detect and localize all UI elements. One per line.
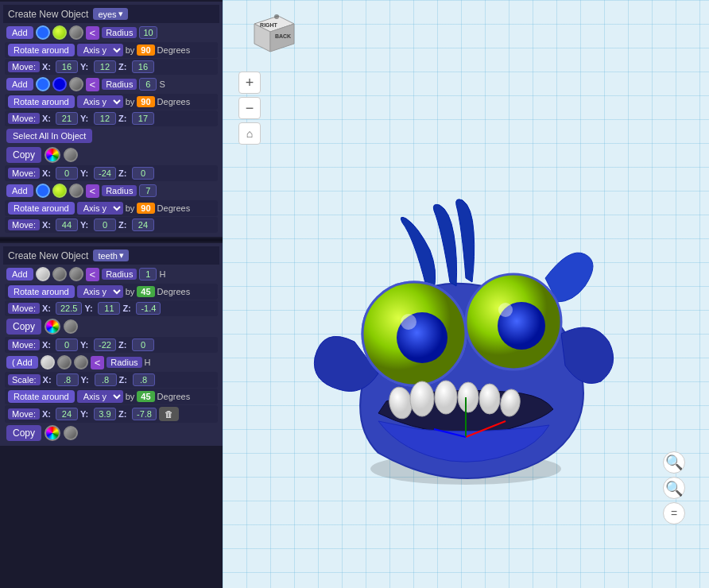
rotate-btn-3[interactable]: Rotate around: [8, 202, 75, 215]
move-z-2[interactable]: 17: [132, 112, 154, 125]
radius-val-1[interactable]: 10: [139, 26, 157, 39]
zoom-in-btn[interactable]: +: [238, 72, 261, 94]
color-circle-blue-3[interactable]: [36, 184, 50, 198]
copy-row-teeth-2: Copy: [3, 424, 219, 443]
copy-gray-teeth[interactable]: [64, 319, 78, 334]
color-circle-white-1[interactable]: [36, 267, 50, 281]
select-all-btn[interactable]: Select All In Object: [6, 129, 92, 143]
degrees-teeth-2[interactable]: 45: [137, 391, 154, 402]
color-circle-green-2[interactable]: [52, 184, 67, 198]
color-circle-gray-7[interactable]: [74, 355, 88, 369]
arrow-btn-teeth-1[interactable]: <: [86, 268, 100, 281]
axis-select-teeth-1[interactable]: Axis y: [77, 285, 123, 298]
equal-btn[interactable]: =: [663, 502, 685, 524]
color-circle-blue-1[interactable]: [36, 25, 50, 40]
color-circle-gray-5[interactable]: [69, 267, 83, 281]
move-x-3[interactable]: 0: [56, 167, 78, 180]
axis-select-1[interactable]: Axis y Axis x Axis z: [77, 44, 123, 56]
svg-point-8: [401, 314, 416, 330]
color-circle-gray-1[interactable]: [69, 25, 83, 40]
add-btn-teeth-2[interactable]: ( Add: [6, 356, 38, 369]
degrees-badge-2[interactable]: 90: [137, 96, 154, 107]
arrow-btn-1[interactable]: <: [86, 26, 100, 40]
creature-area: [223, 0, 709, 588]
color-circle-white-2[interactable]: [41, 355, 55, 369]
color-circle-gray-2[interactable]: [69, 77, 83, 91]
home-btn[interactable]: ⌂: [238, 122, 261, 145]
move-z-1[interactable]: 16: [132, 60, 154, 73]
rainbow-circle-teeth[interactable]: [45, 319, 60, 335]
radius-val-3[interactable]: 7: [139, 184, 157, 197]
rotate-btn-teeth-2[interactable]: Rotate around: [8, 390, 75, 403]
viewport[interactable]: RIGHT BACK + − ⌂: [223, 0, 709, 588]
zoom-controls: + − ⌂: [238, 72, 261, 145]
object-name-eyes[interactable]: eyes ▾: [93, 8, 127, 20]
svg-point-11: [498, 303, 513, 317]
add-row-2: Add < Radius 6 S: [3, 75, 219, 93]
add-button-1[interactable]: Add: [6, 26, 33, 39]
rotate-row-3: Rotate around Axis y by 90 Degrees: [5, 200, 218, 216]
axis-select-2[interactable]: Axis y: [77, 95, 123, 108]
rotate-btn-teeth-1[interactable]: Rotate around: [8, 285, 75, 298]
move-x-2[interactable]: 21: [56, 112, 78, 125]
move-row-4: Move: X: 44 Y: 0 Z: 24: [5, 217, 218, 233]
color-circle-darkblue-1[interactable]: [52, 77, 67, 91]
zoom-in-bottom-btn[interactable]: 🔍: [663, 451, 685, 474]
zoom-out-bottom-btn[interactable]: 🔍: [663, 477, 685, 499]
rotate-row-1: Rotate around Axis y Axis x Axis z by 90…: [5, 42, 218, 58]
arrow-btn-2[interactable]: <: [86, 78, 100, 91]
eyes-section: Create New Object eyes ▾ Add < Radius 10…: [0, 2, 223, 237]
move-z-3[interactable]: 0: [132, 167, 154, 180]
arrow-btn-3[interactable]: <: [86, 184, 100, 198]
move-x-1[interactable]: 16: [56, 60, 78, 73]
color-circle-gray-4[interactable]: [52, 267, 67, 281]
select-all-row: Select All In Object: [3, 127, 219, 145]
color-circle-gray-6[interactable]: [57, 355, 72, 369]
svg-point-3: [274, 14, 279, 19]
svg-point-16: [479, 384, 500, 414]
degrees-teeth-1[interactable]: 45: [137, 286, 154, 297]
divider-1: [0, 238, 223, 242]
trash-btn[interactable]: 🗑: [159, 407, 179, 421]
move-x-4[interactable]: 44: [56, 219, 78, 231]
add-button-2[interactable]: Add: [6, 78, 33, 91]
cube-right-label: RIGHT: [260, 22, 278, 28]
degrees-badge-3[interactable]: 90: [137, 203, 154, 214]
color-circle-gray-3[interactable]: [69, 184, 83, 198]
creature-svg: [275, 119, 657, 516]
copy-gray-teeth-2[interactable]: [64, 426, 78, 440]
add-btn-teeth-1[interactable]: Add: [6, 268, 33, 280]
rotate-row-2: Rotate around Axis y by 90 Degrees: [5, 94, 218, 110]
move-y-4[interactable]: 0: [94, 219, 116, 231]
copy-btn-teeth[interactable]: Copy: [6, 319, 41, 335]
rainbow-circle-1[interactable]: [45, 147, 60, 163]
move-y-2[interactable]: 12: [94, 112, 116, 125]
axis-select-teeth-2[interactable]: Axis y: [77, 390, 123, 403]
move-y-1[interactable]: 12: [94, 60, 116, 73]
move-y-3[interactable]: -24: [94, 167, 116, 180]
move-label-1: Move:: [8, 61, 40, 72]
teeth-section-header: Create New Object teeth ▾: [3, 246, 219, 265]
rotate-teeth-1: Rotate around Axis y by 45 Degrees: [5, 284, 218, 300]
add-button-3[interactable]: Add: [6, 184, 33, 197]
rainbow-circle-teeth-2[interactable]: [45, 425, 60, 441]
arrow-btn-teeth-2[interactable]: <: [91, 356, 105, 369]
axis-select-3[interactable]: Axis y: [77, 202, 123, 215]
cube-back-label: BACK: [275, 33, 291, 39]
copy-gray-1[interactable]: [64, 148, 78, 162]
color-circle-blue-2[interactable]: [36, 77, 50, 91]
rotate-btn-1[interactable]: Rotate around: [8, 44, 75, 56]
copy-btn-teeth-2[interactable]: Copy: [6, 425, 41, 441]
object-name-teeth[interactable]: teeth ▾: [93, 250, 128, 261]
zoom-out-btn[interactable]: −: [238, 97, 261, 119]
degrees-badge-1[interactable]: 90: [137, 44, 154, 56]
radius-val-2[interactable]: 6: [139, 78, 157, 91]
copy-row-teeth: Copy: [3, 317, 219, 336]
viewport-cube[interactable]: RIGHT BACK: [246, 8, 302, 64]
rotate-btn-2[interactable]: Rotate around: [8, 95, 75, 108]
move-teeth-3: Move: X: 24 Y: 3.9 Z: -7.8 🗑: [5, 405, 218, 423]
move-z-4[interactable]: 24: [132, 219, 154, 231]
copy-btn-1[interactable]: Copy: [6, 147, 41, 163]
color-circle-green-1[interactable]: [52, 25, 67, 40]
left-panel: Create New Object eyes ▾ Add < Radius 10…: [0, 0, 223, 588]
